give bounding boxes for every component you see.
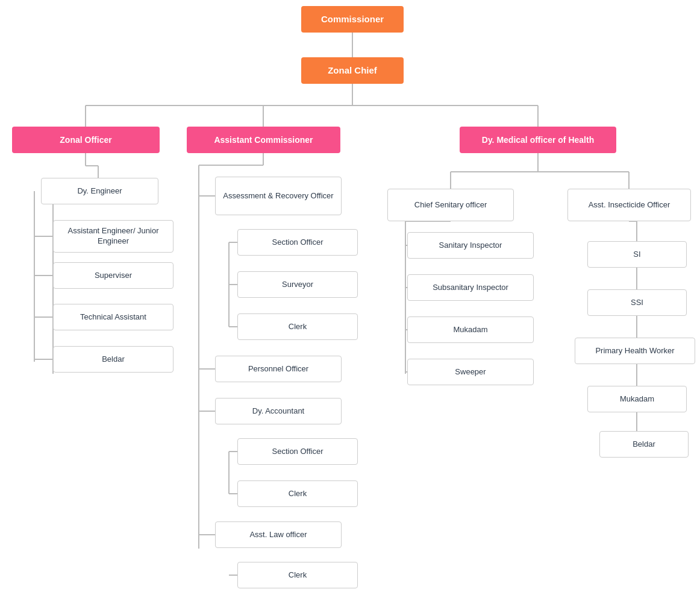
asst-engineer-node: Assistant Engineer/ Junior Engineer: [53, 220, 173, 253]
technical-assistant-node: Technical Assistant: [53, 304, 173, 330]
subsanitary-inspector-node: Subsanitary Inspector: [407, 274, 534, 301]
sanitary-inspector-node: Sanitary Inspector: [407, 232, 534, 259]
assessment-recovery-node: Assessment & Recovery Officer: [215, 177, 342, 215]
assistant-commissioner-node: Assistant Commissioner: [187, 127, 340, 153]
zonal-chief-node: Zonal Chief: [301, 57, 404, 84]
mukadam1-node: Mukadam: [407, 316, 534, 343]
si-node: SI: [587, 241, 687, 268]
dy-medical-node: Dy. Medical officer of Health: [460, 127, 616, 153]
section-officer2-node: Section Officer: [237, 438, 358, 465]
beldar2-node: Beldar: [599, 431, 689, 458]
ssi-node: SSI: [587, 289, 687, 316]
dy-engineer-node: Dy. Engineer: [41, 178, 158, 204]
surveyor-node: Surveyor: [237, 271, 358, 298]
asst-law-node: Asst. Law officer: [215, 521, 342, 548]
mukadam2-node: Mukadam: [587, 386, 687, 412]
primary-health-worker-node: Primary Health Worker: [575, 338, 695, 364]
clerk1-node: Clerk: [237, 313, 358, 340]
beldar1-node: Beldar: [53, 346, 173, 373]
chief-senitary-node: Chief Senitary officer: [387, 189, 514, 221]
sweeper-node: Sweeper: [407, 359, 534, 385]
clerk2-node: Clerk: [237, 480, 358, 507]
dy-accountant-node: Dy. Accountant: [215, 398, 342, 424]
commissioner-node: Commissioner: [301, 6, 404, 33]
asst-insecticide-node: Asst. Insecticide Officer: [567, 189, 691, 221]
personnel-officer-node: Personnel Officer: [215, 356, 342, 382]
superviser-node: Superviser: [53, 262, 173, 289]
clerk3-node: Clerk: [237, 562, 358, 588]
org-chart: Commissioner Zonal Chief Zonal Officer A…: [0, 0, 700, 592]
zonal-officer-node: Zonal Officer: [12, 127, 160, 153]
section-officer1-node: Section Officer: [237, 229, 358, 256]
